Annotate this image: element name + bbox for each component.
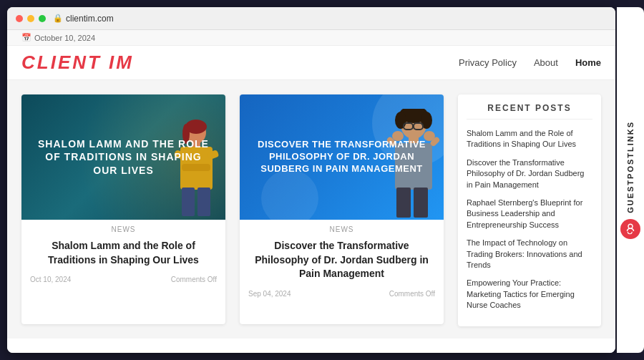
post-footer-1: Oct 10, 2024 Comments Off	[21, 273, 225, 289]
svg-rect-24	[414, 188, 428, 218]
sidebar-recent-posts-title: RECENT POSTS	[467, 103, 592, 120]
site-header: CLIENT IM Privacy Policy About Home	[7, 46, 615, 80]
post-comments-2: Comments Off	[389, 290, 435, 298]
website-content: 📅 October 10, 2024 CLIENT IM Privacy Pol…	[7, 30, 615, 353]
post-footer-2: Sep 04, 2024 Comments Off	[240, 287, 444, 303]
dot-red[interactable]	[16, 15, 23, 22]
guestpost-text: GUESTPOSTLINKS	[626, 121, 635, 213]
calendar-icon: 📅	[21, 33, 31, 42]
svg-rect-8	[182, 188, 195, 216]
post-card-1[interactable]: SHALOM LAMM AND THE ROLE OF TRADITIONS I…	[21, 94, 225, 324]
post-image-1-text: SHALOM LAMM AND THE ROLE OF TRADITIONS I…	[33, 137, 214, 177]
recent-post-0[interactable]: Shalom Lamm and the Role of Traditions i…	[467, 128, 592, 150]
svg-rect-23	[396, 188, 411, 218]
post-date-2: Sep 04, 2024	[248, 290, 291, 298]
recent-post-3[interactable]: The Impact of Technology on Trading Brok…	[467, 238, 592, 271]
dot-yellow[interactable]	[27, 15, 34, 22]
nav-about[interactable]: About	[534, 57, 558, 68]
url-bar[interactable]: clientim.com	[66, 14, 114, 24]
svg-rect-9	[197, 188, 210, 216]
site-nav: Privacy Policy About Home	[459, 57, 601, 68]
post-date-1: Oct 10, 2024	[30, 276, 71, 283]
post-title-2: Discover the Transformative Philosophy o…	[240, 236, 444, 287]
lock-icon: 🔒	[53, 14, 63, 23]
recent-post-1[interactable]: Discover the Transformative Philosophy o…	[467, 157, 592, 190]
dot-green[interactable]	[39, 15, 46, 22]
guestpost-icon	[620, 219, 640, 239]
side-banner[interactable]: GUESTPOSTLINKS	[617, 7, 644, 353]
sidebar-section-recent: RECENT POSTS Shalom Lamm and the Role of…	[458, 94, 601, 326]
nav-home[interactable]: Home	[575, 57, 601, 68]
browser-window: 🔒 clientim.com 📅 October 10, 2024 CLIENT…	[7, 7, 615, 353]
browser-titlebar: 🔒 clientim.com	[7, 7, 615, 30]
post-image-2: DISCOVER THE TRANSFORMATIVE PHILOSOPHY O…	[240, 94, 444, 220]
post-meta-2: NEWS	[240, 220, 444, 236]
post-meta-1: NEWS	[21, 220, 225, 236]
recent-post-2[interactable]: Raphael Sternberg's Blueprint for Busine…	[467, 198, 592, 230]
post-image-1: SHALOM LAMM AND THE ROLE OF TRADITIONS I…	[21, 94, 225, 220]
main-content: SHALOM LAMM AND THE ROLE OF TRADITIONS I…	[7, 80, 615, 339]
recent-post-4[interactable]: Empowering Your Practice: Marketing Tact…	[467, 278, 592, 311]
site-logo[interactable]: CLIENT IM	[21, 52, 134, 74]
post-comments-1: Comments Off	[171, 276, 217, 283]
post-card-2[interactable]: DISCOVER THE TRANSFORMATIVE PHILOSOPHY O…	[240, 94, 444, 324]
svg-point-12	[395, 112, 406, 129]
sidebar: RECENT POSTS Shalom Lamm and the Role of…	[458, 94, 601, 324]
browser-dots	[16, 15, 46, 22]
post-image-2-text: DISCOVER THE TRANSFORMATIVE PHILOSOPHY O…	[251, 139, 432, 175]
nav-privacy-policy[interactable]: Privacy Policy	[459, 57, 517, 68]
date-bar: 📅 October 10, 2024	[7, 30, 615, 46]
posts-grid: SHALOM LAMM AND THE ROLE OF TRADITIONS I…	[21, 94, 444, 324]
site-date: October 10, 2024	[34, 34, 95, 42]
post-title-1: Shalom Lamm and the Role of Traditions i…	[21, 236, 225, 273]
